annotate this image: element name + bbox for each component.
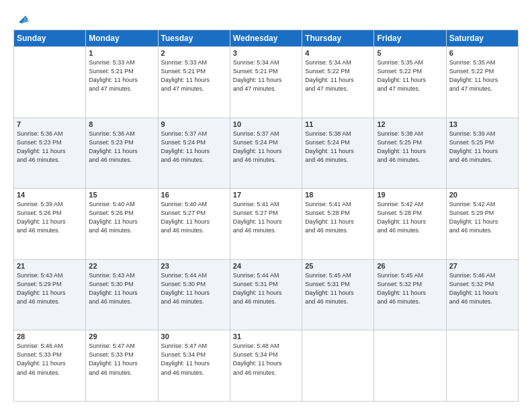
day-info: Sunrise: 5:41 AMSunset: 5:27 PMDaylight:… — [233, 200, 299, 235]
calendar-cell: 3Sunrise: 5:34 AMSunset: 5:21 PMDaylight… — [230, 47, 302, 118]
day-number: 19 — [377, 191, 443, 199]
day-number: 9 — [161, 120, 227, 128]
week-row-2: 7Sunrise: 5:36 AMSunset: 5:23 PMDaylight… — [14, 118, 519, 189]
day-info: Sunrise: 5:40 AMSunset: 5:27 PMDaylight:… — [161, 200, 227, 235]
day-info: Sunrise: 5:37 AMSunset: 5:24 PMDaylight:… — [233, 130, 299, 165]
day-info: Sunrise: 5:37 AMSunset: 5:24 PMDaylight:… — [161, 130, 227, 165]
header-row: Sunday Monday Tuesday Wednesday Thursday… — [14, 30, 519, 47]
calendar-cell: 4Sunrise: 5:34 AMSunset: 5:22 PMDaylight… — [302, 47, 374, 118]
day-number: 13 — [449, 120, 515, 128]
day-number: 23 — [161, 262, 227, 270]
calendar-cell: 28Sunrise: 5:46 AMSunset: 5:33 PMDayligh… — [14, 330, 86, 402]
calendar-cell — [302, 330, 374, 402]
calendar-cell: 27Sunrise: 5:46 AMSunset: 5:32 PMDayligh… — [446, 259, 518, 330]
calendar-cell: 1Sunrise: 5:33 AMSunset: 5:21 PMDaylight… — [86, 47, 158, 118]
day-number: 14 — [17, 191, 83, 199]
day-number: 4 — [305, 49, 371, 57]
week-row-4: 21Sunrise: 5:43 AMSunset: 5:29 PMDayligh… — [14, 259, 519, 330]
day-number: 29 — [89, 332, 154, 340]
day-info: Sunrise: 5:39 AMSunset: 5:26 PMDaylight:… — [17, 200, 83, 235]
day-number: 21 — [17, 262, 83, 270]
day-number: 2 — [161, 49, 227, 57]
calendar-cell: 8Sunrise: 5:36 AMSunset: 5:23 PMDaylight… — [86, 118, 158, 189]
calendar-table: Sunday Monday Tuesday Wednesday Thursday… — [13, 30, 519, 402]
col-saturday: Saturday — [446, 30, 518, 47]
day-number: 8 — [89, 120, 154, 128]
calendar-cell: 18Sunrise: 5:41 AMSunset: 5:28 PMDayligh… — [302, 189, 374, 260]
day-number: 6 — [449, 49, 515, 57]
calendar-cell: 31Sunrise: 5:48 AMSunset: 5:34 PMDayligh… — [230, 330, 302, 402]
day-number: 12 — [377, 120, 443, 128]
day-number: 15 — [89, 191, 154, 199]
calendar-cell: 7Sunrise: 5:36 AMSunset: 5:23 PMDaylight… — [14, 118, 86, 189]
calendar-cell: 29Sunrise: 5:47 AMSunset: 5:33 PMDayligh… — [86, 330, 158, 402]
calendar-cell: 25Sunrise: 5:45 AMSunset: 5:31 PMDayligh… — [302, 259, 374, 330]
calendar-cell: 11Sunrise: 5:38 AMSunset: 5:24 PMDayligh… — [302, 118, 374, 189]
day-info: Sunrise: 5:35 AMSunset: 5:22 PMDaylight:… — [377, 58, 443, 93]
day-info: Sunrise: 5:46 AMSunset: 5:32 PMDaylight:… — [449, 271, 515, 306]
day-info: Sunrise: 5:41 AMSunset: 5:28 PMDaylight:… — [305, 200, 371, 235]
calendar-cell: 19Sunrise: 5:42 AMSunset: 5:28 PMDayligh… — [374, 189, 446, 260]
day-number: 18 — [305, 191, 371, 199]
day-number: 7 — [17, 120, 83, 128]
col-monday: Monday — [86, 30, 158, 47]
day-number: 5 — [377, 49, 443, 57]
calendar-cell: 22Sunrise: 5:43 AMSunset: 5:30 PMDayligh… — [86, 259, 158, 330]
week-row-5: 28Sunrise: 5:46 AMSunset: 5:33 PMDayligh… — [14, 330, 519, 402]
day-number: 30 — [161, 332, 227, 340]
calendar-cell: 20Sunrise: 5:42 AMSunset: 5:29 PMDayligh… — [446, 189, 518, 260]
day-info: Sunrise: 5:45 AMSunset: 5:32 PMDaylight:… — [377, 271, 443, 306]
logo — [13, 15, 30, 26]
day-info: Sunrise: 5:44 AMSunset: 5:31 PMDaylight:… — [233, 271, 299, 306]
logo-icon — [15, 12, 30, 27]
week-row-1: 1Sunrise: 5:33 AMSunset: 5:21 PMDaylight… — [14, 47, 519, 118]
calendar-cell — [374, 330, 446, 402]
day-number: 1 — [89, 49, 154, 57]
day-info: Sunrise: 5:38 AMSunset: 5:24 PMDaylight:… — [305, 130, 371, 165]
day-info: Sunrise: 5:42 AMSunset: 5:29 PMDaylight:… — [449, 200, 515, 235]
calendar-cell: 2Sunrise: 5:33 AMSunset: 5:21 PMDaylight… — [158, 47, 230, 118]
calendar-cell: 12Sunrise: 5:38 AMSunset: 5:25 PMDayligh… — [374, 118, 446, 189]
day-info: Sunrise: 5:44 AMSunset: 5:30 PMDaylight:… — [161, 271, 227, 306]
col-sunday: Sunday — [14, 30, 86, 47]
day-number: 28 — [17, 332, 83, 340]
calendar-cell: 6Sunrise: 5:35 AMSunset: 5:22 PMDaylight… — [446, 47, 518, 118]
col-tuesday: Tuesday — [158, 30, 230, 47]
day-info: Sunrise: 5:33 AMSunset: 5:21 PMDaylight:… — [161, 58, 227, 93]
day-number: 27 — [449, 262, 515, 270]
day-number: 17 — [233, 191, 299, 199]
day-info: Sunrise: 5:43 AMSunset: 5:30 PMDaylight:… — [89, 271, 154, 306]
calendar-cell: 10Sunrise: 5:37 AMSunset: 5:24 PMDayligh… — [230, 118, 302, 189]
day-info: Sunrise: 5:47 AMSunset: 5:33 PMDaylight:… — [89, 342, 154, 377]
calendar-cell: 17Sunrise: 5:41 AMSunset: 5:27 PMDayligh… — [230, 189, 302, 260]
day-info: Sunrise: 5:38 AMSunset: 5:25 PMDaylight:… — [377, 130, 443, 165]
day-info: Sunrise: 5:42 AMSunset: 5:28 PMDaylight:… — [377, 200, 443, 235]
day-number: 25 — [305, 262, 371, 270]
day-info: Sunrise: 5:33 AMSunset: 5:21 PMDaylight:… — [89, 58, 154, 93]
calendar-cell: 30Sunrise: 5:47 AMSunset: 5:34 PMDayligh… — [158, 330, 230, 402]
day-info: Sunrise: 5:40 AMSunset: 5:26 PMDaylight:… — [89, 200, 154, 235]
calendar-cell: 5Sunrise: 5:35 AMSunset: 5:22 PMDaylight… — [374, 47, 446, 118]
day-number: 16 — [161, 191, 227, 199]
day-number: 10 — [233, 120, 299, 128]
calendar-cell: 24Sunrise: 5:44 AMSunset: 5:31 PMDayligh… — [230, 259, 302, 330]
col-wednesday: Wednesday — [230, 30, 302, 47]
day-info: Sunrise: 5:34 AMSunset: 5:21 PMDaylight:… — [233, 58, 299, 93]
calendar-cell: 21Sunrise: 5:43 AMSunset: 5:29 PMDayligh… — [14, 259, 86, 330]
calendar-cell — [14, 47, 86, 118]
page: Sunday Monday Tuesday Wednesday Thursday… — [0, 0, 532, 411]
week-row-3: 14Sunrise: 5:39 AMSunset: 5:26 PMDayligh… — [14, 189, 519, 260]
day-info: Sunrise: 5:43 AMSunset: 5:29 PMDaylight:… — [17, 271, 83, 306]
day-info: Sunrise: 5:36 AMSunset: 5:23 PMDaylight:… — [17, 130, 83, 165]
day-info: Sunrise: 5:47 AMSunset: 5:34 PMDaylight:… — [161, 342, 227, 377]
header — [13, 12, 519, 26]
calendar-cell: 23Sunrise: 5:44 AMSunset: 5:30 PMDayligh… — [158, 259, 230, 330]
day-number: 26 — [377, 262, 443, 270]
day-number: 20 — [449, 191, 515, 199]
day-info: Sunrise: 5:46 AMSunset: 5:33 PMDaylight:… — [17, 342, 83, 377]
calendar-cell: 14Sunrise: 5:39 AMSunset: 5:26 PMDayligh… — [14, 189, 86, 260]
day-number: 11 — [305, 120, 371, 128]
day-info: Sunrise: 5:34 AMSunset: 5:22 PMDaylight:… — [305, 58, 371, 93]
day-info: Sunrise: 5:35 AMSunset: 5:22 PMDaylight:… — [449, 58, 515, 93]
calendar-cell: 9Sunrise: 5:37 AMSunset: 5:24 PMDaylight… — [158, 118, 230, 189]
